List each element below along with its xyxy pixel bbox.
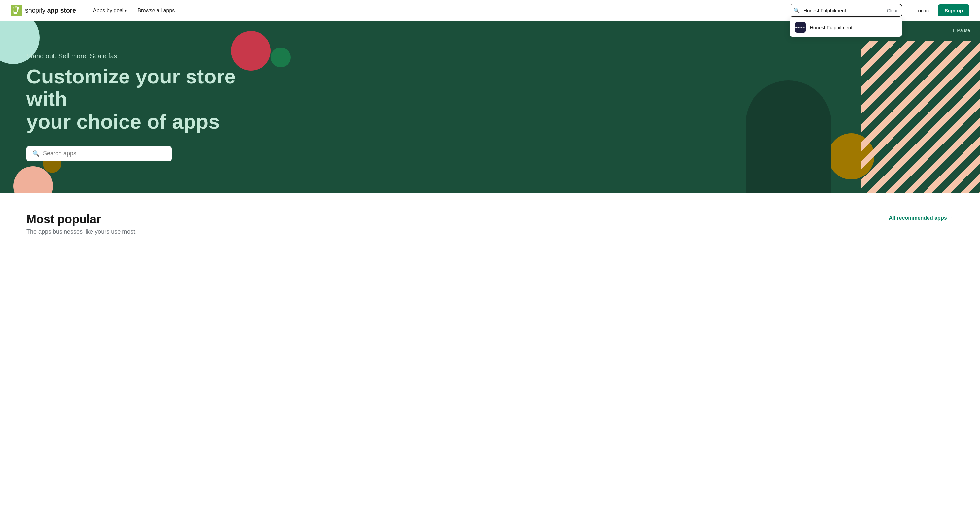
section-title-group: Most popular The apps businesses like yo… — [26, 213, 137, 235]
search-icon: 🔍 — [790, 7, 803, 14]
nav-search-wrapper: 🔍 Clear HONEST Honest Fulphilment — [790, 4, 902, 17]
hero-subtitle: Stand out. Sell more. Scale fast. — [26, 52, 258, 60]
pause-icon: ⏸ — [950, 28, 955, 33]
decorative-arch — [746, 81, 831, 193]
nav-search-container: 🔍 Clear — [790, 4, 902, 17]
hero-search-box: 🔍 — [26, 146, 172, 161]
logo[interactable]: shopify app store — [11, 5, 76, 16]
chevron-down-icon: ▾ — [125, 8, 127, 13]
nav-links: Apps by goal ▾ Browse all apps — [89, 5, 790, 16]
section-subtitle: The apps businesses like yours use most. — [26, 228, 137, 235]
nav-search-clear-button[interactable]: Clear — [883, 8, 902, 13]
hero-search-icon: 🔍 — [32, 150, 40, 157]
logo-text: shopify app store — [25, 6, 76, 14]
most-popular-section: Most popular The apps businesses like yo… — [0, 193, 980, 251]
nav-actions: Log in Sign up — [910, 4, 969, 16]
nav-item-browse-all-apps[interactable]: Browse all apps — [134, 5, 179, 16]
login-button[interactable]: Log in — [910, 5, 934, 16]
shopify-logo-icon — [11, 5, 22, 16]
navbar: shopify app store Apps by goal ▾ Browse … — [0, 0, 980, 21]
svg-rect-0 — [11, 5, 22, 16]
stripes-pattern — [861, 41, 980, 193]
decorative-circle-green — [271, 48, 291, 67]
signup-button[interactable]: Sign up — [938, 4, 969, 16]
nav-item-apps-by-goal[interactable]: Apps by goal ▾ — [89, 5, 131, 16]
hero-title: Customize your store with your choice of… — [26, 65, 258, 133]
all-recommended-apps-link[interactable]: All recommended apps → — [889, 215, 954, 221]
pause-button[interactable]: ⏸ Pause — [950, 28, 970, 33]
search-dropdown-item[interactable]: HONEST Honest Fulphilment — [790, 18, 902, 36]
hero-content: Stand out. Sell more. Scale fast. Custom… — [26, 52, 258, 161]
hero-search-input[interactable] — [43, 150, 166, 157]
hero-section: Stand out. Sell more. Scale fast. Custom… — [0, 21, 980, 193]
decorative-stripes — [861, 41, 980, 193]
dropdown-app-name: Honest Fulphilment — [810, 25, 852, 30]
section-header: Most popular The apps businesses like yo… — [26, 213, 954, 235]
section-title: Most popular — [26, 213, 137, 226]
app-icon-honest-fulphilment: HONEST — [795, 22, 806, 33]
search-dropdown: HONEST Honest Fulphilment — [790, 18, 902, 36]
nav-search-input[interactable] — [803, 4, 883, 16]
